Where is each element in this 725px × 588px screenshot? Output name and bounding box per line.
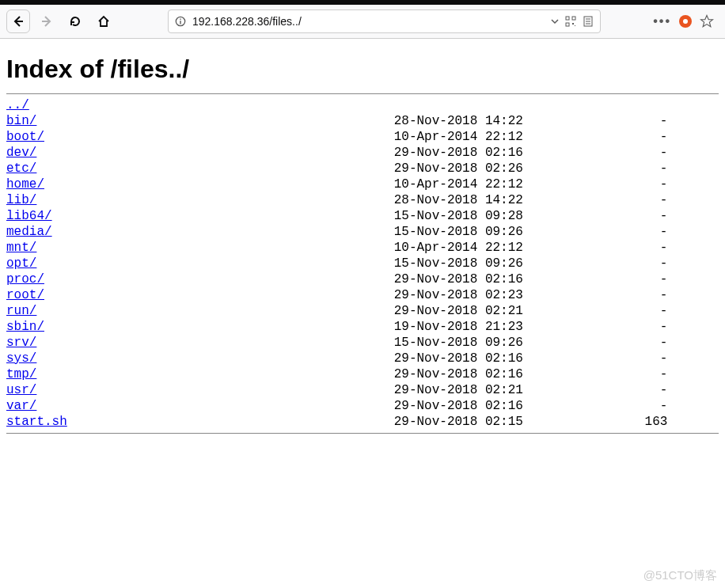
listing-link[interactable]: var/ (6, 399, 36, 413)
svg-rect-3 (566, 17, 569, 20)
dropdown-icon[interactable] (551, 17, 559, 25)
listing-link[interactable]: srv/ (6, 336, 36, 350)
svg-rect-4 (572, 17, 575, 20)
reload-button[interactable] (63, 9, 87, 33)
listing-link[interactable]: usr/ (6, 383, 36, 397)
listing-link[interactable]: root/ (6, 288, 44, 302)
home-button[interactable] (92, 9, 116, 33)
listing-link[interactable]: home/ (6, 177, 44, 192)
home-icon (97, 15, 110, 28)
parent-dir-link[interactable]: ../ (6, 98, 29, 112)
watermark: @51CTO博客 (643, 568, 717, 583)
meatballs-icon[interactable]: ••• (653, 14, 671, 28)
listing-link[interactable]: start.sh (6, 415, 67, 429)
reader-mode-icon[interactable] (583, 16, 594, 27)
listing-link[interactable]: etc/ (6, 161, 36, 176)
divider-top (6, 93, 719, 94)
back-button[interactable] (6, 9, 30, 33)
forward-button[interactable] (35, 9, 59, 33)
url-text[interactable]: 192.168.228.36/files../ (192, 15, 545, 28)
reload-icon (69, 15, 82, 28)
listing-link[interactable]: sbin/ (6, 320, 44, 334)
listing-link[interactable]: mnt/ (6, 241, 36, 255)
listing-link[interactable]: proc/ (6, 272, 44, 286)
directory-listing: ../ bin/ 28-Nov-2018 14:22 - boot/ 10-Ap… (6, 97, 719, 430)
page-content: Index of /files../ ../ bin/ 28-Nov-2018 … (0, 39, 725, 443)
listing-link[interactable]: opt/ (6, 256, 36, 271)
svg-rect-6 (572, 23, 574, 25)
svg-rect-2 (180, 19, 180, 20)
toolbar: 192.168.228.36/files../ ••• (0, 5, 725, 38)
listing-link[interactable]: run/ (6, 304, 36, 318)
url-bar[interactable]: 192.168.228.36/files../ (168, 9, 601, 33)
listing-link[interactable]: lib64/ (6, 209, 52, 223)
ubuntu-icon[interactable] (679, 15, 692, 28)
qr-icon[interactable] (565, 16, 576, 27)
listing-link[interactable]: lib/ (6, 193, 36, 207)
svg-rect-7 (575, 25, 575, 26)
arrow-left-icon (12, 15, 25, 28)
browser-chrome: 192.168.228.36/files../ ••• (0, 0, 725, 39)
arrow-right-icon (40, 15, 53, 28)
listing-link[interactable]: dev/ (6, 146, 36, 160)
listing-link[interactable]: tmp/ (6, 367, 36, 381)
svg-rect-5 (566, 23, 569, 26)
svg-rect-1 (180, 21, 180, 24)
divider-bottom (6, 433, 719, 434)
listing-link[interactable]: media/ (6, 225, 52, 239)
page-title: Index of /files../ (6, 55, 719, 84)
bookmark-star-icon[interactable] (700, 14, 714, 28)
listing-link[interactable]: sys/ (6, 351, 36, 366)
info-icon[interactable] (175, 16, 186, 27)
listing-link[interactable]: boot/ (6, 130, 44, 144)
listing-link[interactable]: bin/ (6, 114, 36, 128)
